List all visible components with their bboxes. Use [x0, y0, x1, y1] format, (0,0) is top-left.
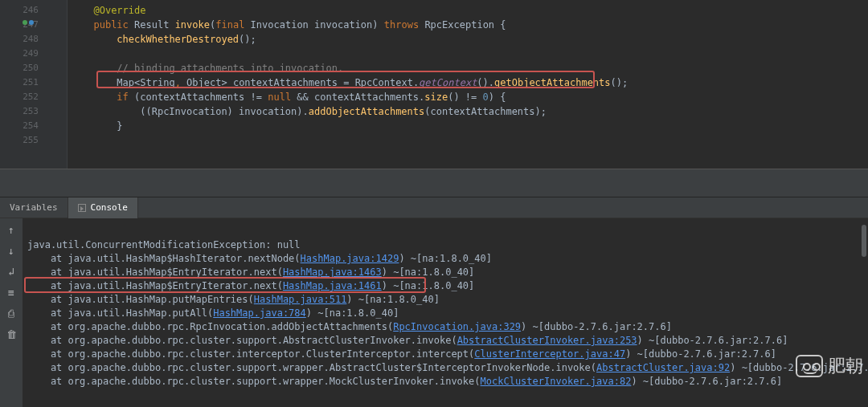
method-invoke: invoke: [175, 19, 210, 31]
type-rpcexception: RpcException: [424, 19, 494, 31]
line-number: 249: [0, 47, 56, 61]
stack-suffix: ) ~[dubbo-2.7.6.jar:2.7.6]: [631, 376, 782, 387]
stack-suffix: ) ~[na:1.8.0_40]: [399, 253, 492, 264]
paren: ): [372, 19, 378, 31]
punct: ().: [477, 77, 494, 88]
print-icon[interactable]: ⎙: [5, 307, 18, 319]
stack-frame: at org.apache.dubbo.rpc.cluster.support.…: [27, 376, 481, 387]
type-object: Object: [186, 77, 221, 88]
code-editor[interactable]: 246 247 248 249 250 251 252 253 254 255 …: [0, 0, 868, 169]
stack-suffix: ) ~[na:1.8.0_40]: [382, 267, 475, 278]
line-number: 248: [0, 32, 56, 47]
watermark: 肥朝: [796, 354, 863, 378]
code-area[interactable]: @Override public Result invoke(final Inv…: [68, 0, 868, 169]
expr: (contextAttachments !=: [129, 92, 268, 103]
line-number: 255: [0, 133, 56, 148]
stack-link[interactable]: HashMap.java:784: [213, 307, 306, 319]
stack-link[interactable]: MockClusterInvoker.java:82: [481, 376, 632, 387]
call-getobjectattachments: getObjectAttachments: [494, 77, 611, 88]
expr: && contextAttachments.: [291, 92, 424, 103]
punct: >: [221, 77, 232, 88]
watermark-text: 肥朝: [828, 354, 863, 378]
stack-suffix: ) ~[dubbo-2.7.6.jar:2.7.6]: [521, 321, 672, 332]
gutter: 246 247 248 249 250 251 252 253 254 255: [0, 0, 56, 169]
punct: ();: [611, 77, 628, 88]
stack-frame: at java.util.HashMap.putAll(: [27, 307, 213, 319]
stack-link[interactable]: HashMap.java:1461: [283, 280, 382, 291]
line-number: 253: [0, 104, 56, 119]
call-addobjectattachments: addObjectAttachments: [309, 106, 425, 117]
class-rpccontext: RpcContext: [355, 77, 413, 88]
type-map: Map: [117, 77, 134, 88]
stack-link[interactable]: ClusterInterceptor.java:47: [474, 348, 625, 360]
tab-console[interactable]: Console: [68, 197, 138, 218]
trash-icon[interactable]: 🗑: [5, 328, 18, 340]
line-number: 251: [0, 75, 56, 90]
brace: {: [494, 19, 506, 31]
var-invocation: invocation: [309, 19, 372, 31]
stack-frame: at java.util.HashMap$EntryIterator.next(: [27, 280, 283, 291]
type-string: String: [140, 77, 174, 88]
line-number: 250: [0, 61, 56, 75]
call-checkdestroyed: checkWhetherDestroyed: [117, 34, 239, 45]
stack-suffix: ) ~[na:1.8.0_40]: [306, 307, 399, 319]
watermark-icon: [796, 355, 823, 377]
punct: (contextAttachments);: [424, 106, 547, 117]
stack-link[interactable]: AbstractCluster.java:92: [596, 362, 730, 373]
stack-frame: at org.apache.dubbo.rpc.cluster.support.…: [27, 335, 457, 346]
stack-frame: at org.apache.dubbo.rpc.RpcInvocation.ad…: [27, 321, 393, 332]
stack-link[interactable]: AbstractClusterInvoker.java:253: [457, 335, 637, 346]
line-number: 254: [0, 119, 56, 133]
stack-frame: at org.apache.dubbo.rpc.cluster.support.…: [27, 362, 596, 373]
stack-frame: at java.util.HashMap.putMapEntries(: [27, 294, 254, 305]
call-size: size: [424, 92, 448, 103]
expr: ((RpcInvocation) invocation).: [140, 106, 309, 117]
stack-link[interactable]: RpcInvocation.java:329: [393, 321, 521, 332]
line-number: 247: [0, 18, 56, 32]
var-contextattachments: contextAttachments =: [233, 77, 355, 88]
stack-link[interactable]: HashMap.java:1429: [301, 253, 399, 264]
line-number: 246: [0, 3, 56, 18]
arrow-down-icon[interactable]: ↓: [5, 244, 18, 257]
punct: ,: [175, 77, 186, 88]
kw-null: null: [268, 92, 291, 103]
stack-suffix: ) ~[na:1.8.0_40]: [382, 280, 475, 291]
stack-exception: java.util.ConcurrentModificationExceptio…: [27, 239, 301, 250]
debug-panel: Variables Console ↑ ↓ ↲ ≡ ⎙ 🗑 java.util.…: [0, 197, 868, 407]
console-icon: [78, 204, 86, 212]
fold-column[interactable]: [56, 0, 68, 169]
stack-link[interactable]: HashMap.java:1463: [283, 267, 382, 278]
console-toolbar: ↑ ↓ ↲ ≡ ⎙ 🗑: [0, 218, 23, 407]
stack-frame: at java.util.HashMap$HashIterator.nextNo…: [27, 253, 301, 264]
expr: () !=: [448, 92, 482, 103]
brace: ) {: [489, 92, 506, 103]
comment: // binding attachments into invocation.: [117, 63, 343, 74]
panel-resize-handle[interactable]: [0, 169, 868, 197]
type-result: Result: [134, 19, 169, 31]
arrow-up-icon[interactable]: ↑: [5, 223, 18, 236]
kw-final: final: [215, 19, 244, 31]
scrollbar-thumb[interactable]: [862, 225, 866, 257]
call-getcontext: getContext: [419, 77, 477, 88]
console-output[interactable]: java.util.ConcurrentModificationExceptio…: [23, 218, 868, 407]
gutter-override-icon[interactable]: [23, 20, 34, 25]
line-number: 252: [0, 90, 56, 104]
kw-public: public: [93, 19, 128, 31]
stack-frame: at org.apache.dubbo.rpc.cluster.intercep…: [27, 348, 474, 360]
type-invocation: Invocation: [251, 19, 309, 31]
stack-frame: at java.util.HashMap$EntryIterator.next(: [27, 267, 283, 278]
literal-zero: 0: [483, 92, 489, 103]
stack-link[interactable]: HashMap.java:511: [254, 294, 347, 305]
scroll-to-end-icon[interactable]: ≡: [5, 286, 18, 299]
punct: ();: [239, 34, 256, 45]
stack-suffix: ) ~[dubbo-2.7.6.jar:2.7.6]: [625, 348, 776, 360]
stack-suffix: ) ~[na:1.8.0_40]: [346, 294, 440, 305]
annotation-override: @Override: [93, 5, 145, 16]
panel-tabs: Variables Console: [0, 197, 868, 218]
tab-variables[interactable]: Variables: [0, 197, 68, 218]
soft-wrap-icon[interactable]: ↲: [5, 265, 18, 278]
brace: }: [117, 120, 122, 132]
kw-if: if: [117, 92, 128, 103]
kw-throws: throws: [384, 19, 419, 31]
stack-suffix: ) ~[dubbo-2.7.6.jar:2.7.6]: [637, 335, 788, 346]
